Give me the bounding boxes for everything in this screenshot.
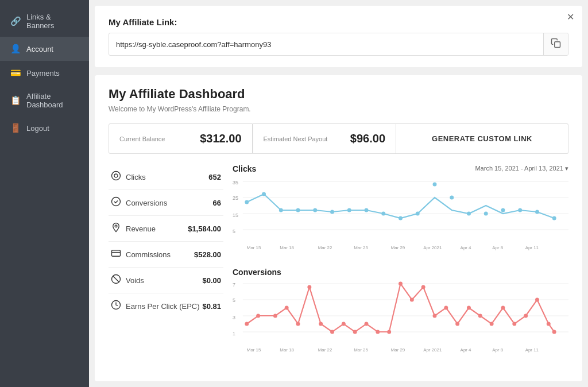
svg-point-71 bbox=[342, 322, 346, 326]
svg-text:5: 5 bbox=[233, 297, 235, 303]
links-banners-icon: 🔗 bbox=[10, 16, 21, 26]
svg-point-78 bbox=[421, 285, 425, 289]
stat-item-epc: Earns Per Click (EPC) $0.81 bbox=[109, 293, 223, 319]
epc-label: Earns Per Click (EPC) bbox=[126, 302, 200, 311]
account-icon: 👤 bbox=[10, 44, 21, 54]
left-stats-panel: Clicks 652 Conversions 66 bbox=[109, 164, 223, 370]
revenue-icon bbox=[111, 222, 121, 235]
commissions-value: $528.00 bbox=[194, 250, 221, 259]
affiliate-link-card: ✕ My Affiliate Link: bbox=[95, 6, 582, 67]
sidebar-item-logout[interactable]: 🚪 Logout bbox=[0, 116, 89, 140]
svg-text:Mar 18: Mar 18 bbox=[280, 347, 294, 353]
svg-point-84 bbox=[490, 322, 494, 326]
svg-point-79 bbox=[433, 314, 437, 318]
clicks-icon bbox=[111, 171, 121, 183]
date-range-label[interactable]: March 15, 2021 - April 13, 2021 ▾ bbox=[475, 165, 568, 172]
svg-point-27 bbox=[245, 200, 249, 204]
svg-point-36 bbox=[399, 216, 403, 220]
copy-link-button[interactable] bbox=[543, 33, 568, 55]
svg-point-90 bbox=[552, 330, 556, 334]
svg-text:1: 1 bbox=[233, 331, 235, 336]
conversions-label: Conversions bbox=[126, 199, 167, 207]
svg-point-43 bbox=[518, 208, 522, 212]
svg-point-77 bbox=[410, 298, 414, 302]
sidebar-label-payments: Payments bbox=[26, 69, 60, 78]
clicks-value: 652 bbox=[208, 173, 221, 181]
svg-point-1 bbox=[112, 172, 121, 180]
svg-point-41 bbox=[484, 212, 488, 216]
svg-point-86 bbox=[512, 322, 516, 326]
svg-point-31 bbox=[313, 208, 317, 212]
stat-item-clicks: Clicks 652 bbox=[109, 164, 223, 190]
svg-point-72 bbox=[353, 330, 357, 334]
generate-custom-link-button[interactable]: GENERATE CUSTOM LINK bbox=[396, 123, 568, 154]
clicks-label: Clicks bbox=[126, 173, 146, 181]
svg-point-2 bbox=[114, 174, 118, 177]
clicks-chart-svg: 35 25 15 5 Mar 15 Mar 18 Mar 22 Mar 25 bbox=[233, 176, 568, 256]
svg-point-76 bbox=[399, 282, 403, 286]
svg-point-88 bbox=[535, 298, 539, 302]
close-button[interactable]: ✕ bbox=[567, 13, 574, 22]
affiliate-dashboard-icon: 📋 bbox=[10, 95, 21, 106]
svg-point-4 bbox=[115, 225, 117, 227]
svg-text:Mar 25: Mar 25 bbox=[354, 245, 368, 250]
svg-point-87 bbox=[524, 314, 528, 318]
svg-point-63 bbox=[245, 322, 249, 326]
svg-point-33 bbox=[347, 208, 351, 212]
stat-item-revenue: Revenue $1,584.00 bbox=[109, 216, 223, 242]
svg-point-65 bbox=[273, 314, 277, 318]
svg-text:Mar 15: Mar 15 bbox=[247, 347, 261, 353]
sidebar-label-account: Account bbox=[26, 45, 53, 53]
stat-item-conversions: Conversions 66 bbox=[109, 190, 223, 216]
conversions-value: 66 bbox=[213, 199, 221, 207]
svg-text:5: 5 bbox=[233, 229, 235, 234]
conversions-icon bbox=[111, 196, 121, 209]
stat-item-commissions: Commissions $528.00 bbox=[109, 242, 223, 268]
conversions-chart-svg: 7 5 3 1 Mar 15 Mar 18 Mar 22 Mar 25 bbox=[233, 278, 568, 358]
svg-point-70 bbox=[330, 330, 334, 334]
svg-text:Apr 2021: Apr 2021 bbox=[423, 245, 442, 250]
dashboard-card: My Affiliate Dashboard Welcome to My Wor… bbox=[95, 75, 582, 381]
svg-point-81 bbox=[455, 322, 459, 326]
svg-text:25: 25 bbox=[233, 195, 238, 201]
current-balance-label: Current Balance bbox=[119, 136, 165, 142]
svg-point-44 bbox=[535, 210, 539, 214]
svg-text:35: 35 bbox=[233, 180, 238, 185]
svg-text:15: 15 bbox=[233, 212, 238, 218]
estimated-payout-label: Estimated Next Payout bbox=[264, 136, 328, 142]
voids-value: $0.00 bbox=[202, 276, 221, 285]
svg-point-28 bbox=[262, 192, 266, 196]
svg-line-8 bbox=[113, 276, 119, 282]
commissions-icon bbox=[111, 248, 121, 261]
svg-point-42 bbox=[501, 208, 505, 212]
svg-rect-5 bbox=[112, 250, 121, 257]
charts-area: Clicks March 15, 2021 - April 13, 2021 ▾… bbox=[233, 164, 568, 370]
svg-text:Mar 18: Mar 18 bbox=[280, 245, 294, 250]
svg-point-45 bbox=[552, 216, 556, 220]
svg-point-40 bbox=[467, 212, 471, 216]
epc-icon bbox=[111, 300, 121, 312]
svg-text:Apr 4: Apr 4 bbox=[461, 245, 472, 250]
estimated-payout-box: Estimated Next Payout $96.00 bbox=[253, 123, 397, 154]
voids-icon bbox=[111, 274, 121, 287]
sidebar-label-logout: Logout bbox=[26, 124, 49, 133]
sidebar-item-payments[interactable]: 💳 Payments bbox=[0, 61, 89, 85]
stats-row: Current Balance $312.00 Estimated Next P… bbox=[109, 123, 568, 154]
svg-point-30 bbox=[296, 208, 300, 212]
current-balance-value: $312.00 bbox=[200, 132, 241, 145]
svg-point-68 bbox=[307, 285, 311, 289]
svg-text:Mar 29: Mar 29 bbox=[391, 347, 405, 353]
main-content: ✕ My Affiliate Link: My Affiliate Dashbo… bbox=[89, 0, 588, 387]
svg-text:Apr 4: Apr 4 bbox=[461, 347, 472, 353]
svg-point-74 bbox=[376, 330, 380, 334]
sidebar-item-links-banners[interactable]: 🔗 Links & Banners bbox=[0, 6, 89, 37]
sidebar-item-affiliate-dashboard[interactable]: 📋 Affiliate Dashboard bbox=[0, 85, 89, 116]
dashboard-subtitle: Welcome to My WordPress's Affiliate Prog… bbox=[109, 105, 568, 113]
svg-text:Apr 2021: Apr 2021 bbox=[423, 347, 442, 353]
svg-point-69 bbox=[319, 322, 323, 326]
svg-text:7: 7 bbox=[233, 282, 235, 288]
sidebar-item-account[interactable]: 👤 Account bbox=[0, 37, 89, 61]
svg-point-85 bbox=[501, 306, 505, 310]
affiliate-link-input[interactable] bbox=[109, 34, 543, 55]
sidebar: 🔗 Links & Banners 👤 Account 💳 Payments 📋… bbox=[0, 0, 89, 387]
